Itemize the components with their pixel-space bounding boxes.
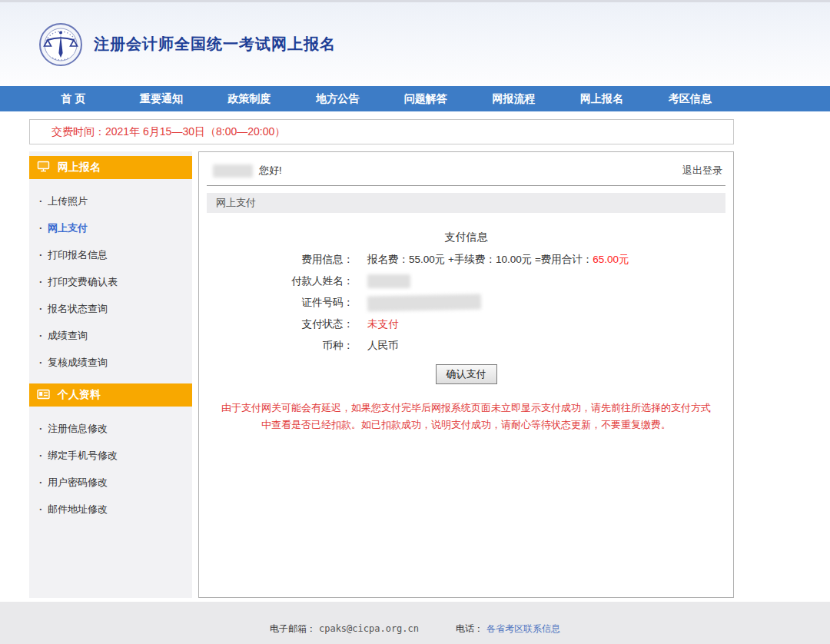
monitor-icon	[37, 161, 50, 174]
payment-status-row: 支付状态： 未支付	[207, 317, 725, 332]
nav-item-online-registration[interactable]: 网上报名	[558, 86, 646, 111]
sidebar-item-print-payment-confirmation[interactable]: 打印交费确认表	[29, 268, 192, 295]
currency-row: 币种： 人民币	[207, 338, 725, 354]
fee-row: 费用信息： 报名费：55.00元 +手续费：10.00元 =费用合计： 65.0…	[207, 252, 725, 267]
payment-details: 费用信息： 报名费：55.00元 +手续费：10.00元 =费用合计： 65.0…	[207, 252, 725, 354]
currency-label: 币种：	[207, 339, 354, 353]
payer-name-row: 付款人姓名：	[207, 274, 725, 289]
redacted-payer-name	[367, 274, 410, 288]
fee-total: 65.00元	[593, 253, 629, 267]
sidebar-menu-registration: 上传照片 网上支付 打印报名信息 打印交费确认表 报名状态查询 成绩查询 复核成…	[29, 179, 192, 383]
cpa-emblem-logo	[38, 22, 83, 67]
content-area: 网上报名 上传照片 网上支付 打印报名信息 打印交费确认表 报名状态查询 成绩查…	[29, 151, 734, 598]
sidebar-section-online-registration: 网上报名	[29, 156, 192, 179]
sidebar-item-online-payment[interactable]: 网上支付	[29, 214, 192, 241]
email-address: cpaks@cicpa.org.cn	[319, 623, 419, 634]
footer-phone-group: 电话：各省考区联系信息	[456, 622, 560, 636]
notice-bar-wrap: 交费时间：2021年 6月15—30日（8:00—20:00）	[29, 119, 734, 144]
confirm-button-row: 确认支付	[207, 364, 725, 384]
nav-item-faq[interactable]: 问题解答	[382, 86, 470, 111]
payment-status-label: 支付状态：	[207, 317, 354, 331]
phone-label: 电话：	[456, 623, 483, 634]
sidebar-item-registration-status-query[interactable]: 报名状态查询	[29, 295, 192, 322]
welcome-row: 您好! 退出登录	[207, 160, 725, 185]
exam-area-contact-link[interactable]: 各省考区联系信息	[486, 623, 560, 634]
idcard-icon	[37, 389, 50, 402]
redacted-id-number	[367, 294, 481, 311]
page-footer: 电子邮箱：cpaks@cicpa.org.cn 电话：各省考区联系信息	[0, 602, 830, 644]
sidebar-item-print-registration-info[interactable]: 打印报名信息	[29, 241, 192, 268]
id-number-row: 证件号码：	[207, 295, 725, 310]
payment-delay-warning: 由于支付网关可能会有延迟，如果您支付完毕后网报系统页面未立即显示支付成功，请先前…	[221, 400, 712, 433]
main-nav: 首 页 重要通知 政策制度 地方公告 问题解答 网报流程 网上报名 考区信息	[0, 86, 830, 111]
nav-item-important-notices[interactable]: 重要通知	[118, 86, 206, 111]
nav-item-local-announcements[interactable]: 地方公告	[294, 86, 382, 111]
site-title: 注册会计师全国统一考试网上报名	[94, 34, 336, 55]
fee-label: 费用信息：	[207, 253, 354, 267]
id-number-value	[354, 295, 481, 310]
confirm-payment-button[interactable]: 确认支付	[436, 364, 497, 384]
payment-status-value: 未支付	[354, 317, 399, 331]
payer-name-value	[354, 274, 410, 288]
payment-info-title: 支付信息	[207, 231, 725, 244]
welcome-divider	[207, 185, 725, 186]
id-number-label: 证件号码：	[207, 296, 354, 310]
sidebar-section-personal-info: 个人资料	[29, 383, 192, 407]
nav-item-policies[interactable]: 政策制度	[205, 86, 294, 111]
greeting-text: 您好!	[259, 164, 282, 178]
sidebar-item-score-query[interactable]: 成绩查询	[29, 322, 192, 349]
nav-item-home[interactable]: 首 页	[29, 86, 118, 111]
site-header: 注册会计师全国统一考试网上报名	[0, 2, 830, 86]
email-label: 电子邮箱：	[270, 623, 316, 634]
sidebar-section-title: 网上报名	[58, 161, 101, 174]
sidebar-menu-personal: 注册信息修改 绑定手机号修改 用户密码修改 邮件地址修改	[29, 407, 192, 530]
section-title-bar: 网上支付	[207, 193, 725, 213]
redacted-user-name	[213, 164, 253, 178]
sidebar-item-score-review-query[interactable]: 复核成绩查询	[29, 349, 192, 376]
payment-period-notice: 交费时间：2021年 6月15—30日（8:00—20:00）	[29, 119, 734, 144]
sidebar-item-edit-bound-phone[interactable]: 绑定手机号修改	[29, 442, 192, 469]
fee-breakdown: 报名费：55.00元 +手续费：10.00元 =费用合计：	[367, 253, 593, 267]
sidebar-item-upload-photo[interactable]: 上传照片	[29, 188, 192, 214]
main-panel: 您好! 退出登录 网上支付 支付信息 费用信息： 报名费：55.00元 +手续费…	[198, 151, 734, 598]
nav-item-registration-process[interactable]: 网报流程	[470, 86, 558, 111]
nav-items-container: 首 页 重要通知 政策制度 地方公告 问题解答 网报流程 网上报名 考区信息	[29, 86, 734, 111]
payer-name-label: 付款人姓名：	[207, 274, 354, 288]
currency-value: 人民币	[354, 339, 399, 353]
sidebar-section-title: 个人资料	[58, 388, 101, 402]
fee-value: 报名费：55.00元 +手续费：10.00元 =费用合计： 65.00元	[354, 253, 629, 267]
sidebar-item-edit-password[interactable]: 用户密码修改	[29, 469, 192, 496]
sidebar-item-edit-registration-info[interactable]: 注册信息修改	[29, 415, 192, 442]
nav-item-exam-area-info[interactable]: 考区信息	[646, 86, 734, 111]
footer-email-group: 电子邮箱：cpaks@cicpa.org.cn	[270, 622, 419, 636]
sidebar: 网上报名 上传照片 网上支付 打印报名信息 打印交费确认表 报名状态查询 成绩查…	[29, 151, 192, 598]
welcome-message: 您好!	[213, 164, 282, 178]
sidebar-item-edit-email[interactable]: 邮件地址修改	[29, 496, 192, 523]
logout-link[interactable]: 退出登录	[682, 164, 722, 178]
